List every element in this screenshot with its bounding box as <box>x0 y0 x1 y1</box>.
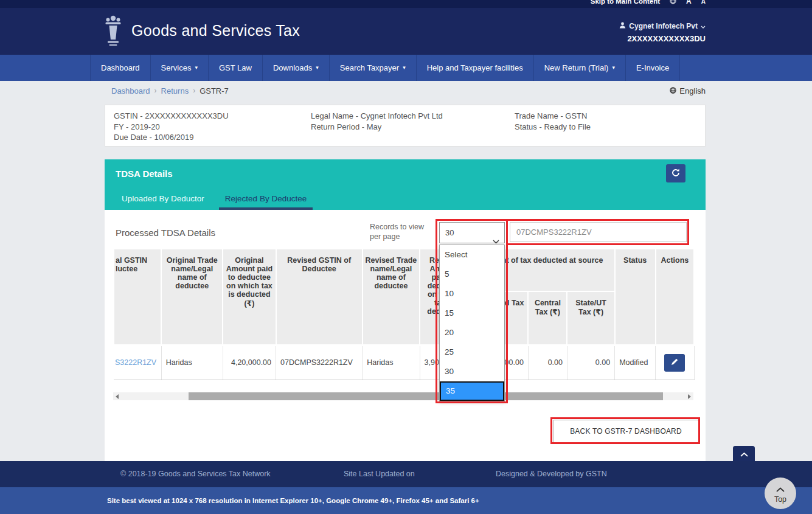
records-per-page-select[interactable]: 30 <box>439 222 505 243</box>
font-increase-button[interactable]: A <box>686 0 692 5</box>
dropdown-option-20[interactable]: 20 <box>440 323 504 342</box>
panel-title: TDSA Details <box>116 168 173 179</box>
footer-browser-note: Site best viewed at 1024 x 768 resolutio… <box>107 487 479 514</box>
breadcrumb-returns[interactable]: Returns <box>161 86 189 96</box>
revised-trade-name-cell: Haridas <box>363 345 420 380</box>
col-central-tax: Central Tax (₹) <box>528 291 567 345</box>
breadcrumb-dashboard[interactable]: Dashboard <box>111 86 150 96</box>
user-icon <box>619 22 626 30</box>
original-trade-name-cell: Haridas <box>161 345 223 380</box>
nav-dashboard[interactable]: Dashboard <box>90 55 150 81</box>
processed-tdsa-table: al GSTIN luctee Original Trade name/Lega… <box>113 248 693 380</box>
status-cell: Modified <box>615 345 656 380</box>
nav-downloads[interactable]: Downloads▾ <box>262 55 329 81</box>
section-title: Processed TDSA Details <box>116 227 215 238</box>
nav-e-invoice[interactable]: E-Invoice <box>625 55 680 81</box>
tab-uploaded-by-deductor[interactable]: Uploaded By Deductor <box>116 189 210 210</box>
dropdown-option-15[interactable]: 15 <box>440 304 504 323</box>
search-input[interactable] <box>510 222 687 242</box>
refresh-icon <box>671 168 680 179</box>
caret-down-icon: ▾ <box>195 65 198 71</box>
nav-help[interactable]: Help and Taxpayer facilities <box>416 55 533 81</box>
legal-name-value: Legal Name - Cygnet Infotech Pvt Ltd <box>311 111 443 122</box>
central-tax-cell: 0.00 <box>528 345 567 380</box>
language-selector[interactable]: English <box>670 81 706 100</box>
trade-name-value: Trade Name - GSTN <box>515 111 591 122</box>
col-original-amount: Original Amount paid to deductee on whic… <box>223 249 276 345</box>
due-date-value: Due Date - 10/06/2019 <box>114 132 229 143</box>
nav-services[interactable]: Services▾ <box>150 55 208 81</box>
dropdown-option-30[interactable]: 30 <box>440 362 504 381</box>
footer-copyright: © 2018-19 Goods and Services Tax Network <box>120 461 271 487</box>
user-name: Cygnet Infotech Pvt <box>629 22 698 30</box>
globe-icon <box>670 86 676 96</box>
top-accessibility-bar: Skip to Main Content A A <box>0 0 812 8</box>
scroll-top-tab[interactable] <box>733 446 755 461</box>
refresh-button[interactable] <box>666 164 685 182</box>
chevron-up-icon <box>776 484 785 495</box>
tdsa-panel-body: Processed TDSA Details Records to view p… <box>105 210 706 461</box>
page-title: Goods and Services Tax <box>131 22 300 40</box>
user-menu[interactable]: Cygnet Infotech Pvt <box>619 22 706 30</box>
nav-search-taxpayer[interactable]: Search Taxpayer▾ <box>329 55 416 81</box>
user-gstin: 2XXXXXXXXXXX3DU <box>619 34 706 43</box>
tab-bar: Uploaded By Deductor Rejected By Deducte… <box>116 189 313 210</box>
revised-gstin-cell: 07DCMPS3222R1ZV <box>276 345 363 380</box>
status-value: Status - Ready to File <box>515 122 591 133</box>
return-period-value: Return Period - May <box>311 122 443 133</box>
state-tax-cell: 0.00 <box>567 345 614 380</box>
tab-rejected-by-deductee[interactable]: Rejected By Deductee <box>219 189 313 210</box>
font-decrease-button[interactable]: A <box>701 0 706 5</box>
scroll-right-arrow-icon[interactable] <box>685 392 693 400</box>
chevron-down-icon <box>701 22 706 30</box>
edit-button[interactable] <box>664 354 685 372</box>
original-gstin-link[interactable]: S3222R1ZV <box>115 358 156 367</box>
original-amount-cell: 4,20,000.00 <box>223 345 276 380</box>
breadcrumb: Dashboard › Returns › GSTR-7 <box>111 81 229 100</box>
back-to-dashboard-button[interactable]: BACK TO GSTR-7 DASHBOARD <box>553 420 699 443</box>
breadcrumb-separator: › <box>154 86 157 95</box>
chevron-down-icon <box>493 231 499 251</box>
breadcrumb-current: GSTR-7 <box>200 86 229 96</box>
records-per-page-dropdown: Select 5 10 15 20 25 30 35 <box>439 245 505 401</box>
col-status: Status <box>615 249 656 345</box>
col-revised-trade-name: Revised Trade name/Legal name of deducte… <box>363 249 420 345</box>
col-original-trade-name: Original Trade name/Legal name of deduct… <box>161 249 223 345</box>
col-original-gstin: al GSTIN luctee <box>114 249 161 345</box>
dropdown-option-35[interactable]: 35 <box>440 381 504 401</box>
horizontal-scrollbar[interactable] <box>113 392 693 400</box>
footer-last-updated: Site Last Updated on <box>344 461 415 487</box>
nav-gst-law[interactable]: GST Law <box>208 55 262 81</box>
dropdown-option-10[interactable]: 10 <box>440 284 504 304</box>
footer-bottom-bar: Site best viewed at 1024 x 768 resolutio… <box>0 487 812 514</box>
back-to-top-button[interactable]: Top <box>765 478 796 509</box>
breadcrumb-bar: Dashboard › Returns › GSTR-7 English <box>0 81 812 100</box>
gstin-value: GSTIN - 2XXXXXXXXXXXX3DU <box>114 111 229 122</box>
dropdown-option-25[interactable]: 25 <box>440 342 504 362</box>
return-info-card: GSTIN - 2XXXXXXXXXXXX3DU FY - 2019-20 Du… <box>105 105 706 147</box>
caret-down-icon: ▾ <box>403 65 406 71</box>
caret-down-icon: ▾ <box>316 65 319 71</box>
col-actions: Actions <box>656 249 694 345</box>
footer: © 2018-19 Goods and Services Tax Network… <box>0 461 812 487</box>
fy-value: FY - 2019-20 <box>114 122 229 133</box>
main-nav: Dashboard Services▾ GST Law Downloads▾ S… <box>0 55 812 81</box>
globe-icon[interactable] <box>670 0 676 5</box>
gst-portal-page: Skip to Main Content A A Goods and Servi… <box>0 0 812 514</box>
scrollbar-thumb[interactable] <box>189 392 663 400</box>
caret-down-icon: ▾ <box>612 65 615 71</box>
tdsa-panel-header: TDSA Details Uploaded By Deductor Reject… <box>105 159 706 210</box>
breadcrumb-separator: › <box>193 86 195 95</box>
records-per-page-label: Records to view per page <box>370 223 433 241</box>
dropdown-option-5[interactable]: 5 <box>440 265 504 284</box>
tdsa-details-panel: TDSA Details Uploaded By Deductor Reject… <box>105 159 706 461</box>
nav-new-return[interactable]: New Return (Trial)▾ <box>533 55 625 81</box>
app-header: Goods and Services Tax Cygnet Infotech P… <box>0 8 812 55</box>
skip-to-main-content-link[interactable]: Skip to Main Content <box>591 0 660 5</box>
scroll-left-arrow-icon[interactable] <box>113 392 121 400</box>
footer-designed-by: Designed & Developed by GSTN <box>496 461 607 487</box>
pencil-icon <box>671 358 678 367</box>
india-emblem-logo <box>103 15 123 50</box>
chevron-up-icon <box>740 448 748 459</box>
table-row: S3222R1ZV Haridas 4,20,000.00 07DCMPS322… <box>114 345 694 380</box>
